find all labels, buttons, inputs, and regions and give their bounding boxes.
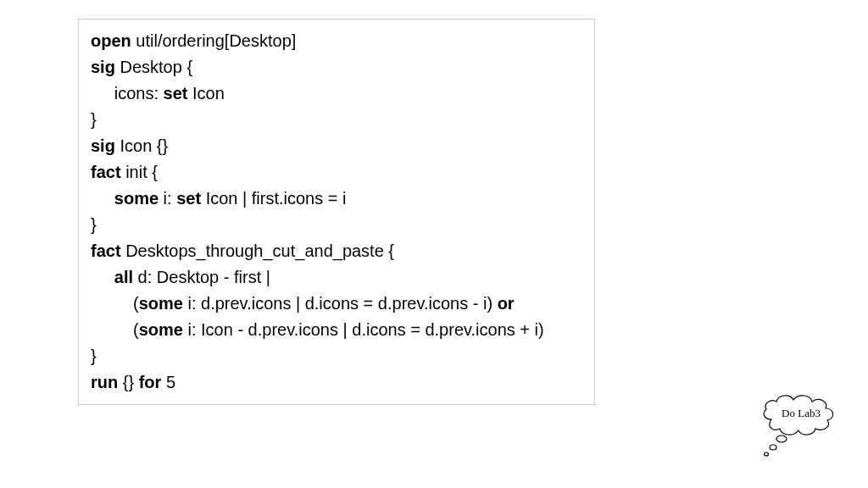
keyword-sig: sig bbox=[91, 58, 115, 76]
code-line: (some i: Icon - d.prev.icons | d.icons =… bbox=[91, 317, 582, 343]
code-line: } bbox=[91, 343, 582, 369]
code-line: } bbox=[91, 212, 582, 238]
keyword-sig: sig bbox=[91, 136, 115, 155]
keyword-fact: fact bbox=[91, 241, 121, 260]
keyword-set: set bbox=[164, 84, 188, 103]
cloud-icon bbox=[754, 390, 848, 458]
keyword-open: open bbox=[91, 31, 131, 50]
keyword-all: all bbox=[114, 268, 133, 286]
code-line: fact init { bbox=[91, 159, 582, 186]
code-line: open util/ordering[Desktop] bbox=[91, 28, 582, 54]
code-line: some i: set Icon | first.icons = i bbox=[91, 186, 582, 212]
code-line: (some i: d.prev.icons | d.icons = d.prev… bbox=[91, 291, 582, 317]
code-line: } bbox=[91, 107, 582, 133]
thought-bubble: Do Lab3 bbox=[754, 390, 848, 458]
thought-label: Do Lab3 bbox=[754, 407, 848, 420]
svg-point-1 bbox=[770, 445, 776, 450]
keyword-some: some bbox=[114, 189, 159, 208]
code-line: icons: set Icon bbox=[91, 80, 582, 107]
code-line: all d: Desktop - first | bbox=[91, 264, 582, 291]
keyword-some: some bbox=[139, 294, 183, 313]
keyword-run: run bbox=[91, 373, 118, 391]
svg-point-2 bbox=[765, 452, 769, 456]
keyword-for: for bbox=[139, 373, 162, 391]
code-line: sig Icon {} bbox=[91, 133, 582, 159]
keyword-or: or bbox=[498, 294, 515, 313]
keyword-fact: fact bbox=[91, 163, 121, 181]
code-line: fact Desktops_through_cut_and_paste { bbox=[91, 238, 582, 264]
code-line: run {} for 5 bbox=[91, 369, 582, 396]
keyword-set: set bbox=[176, 189, 201, 208]
keyword-some: some bbox=[139, 320, 183, 339]
code-line: sig Desktop { bbox=[91, 54, 582, 80]
svg-point-0 bbox=[776, 435, 787, 442]
code-listing: open util/ordering[Desktop] sig Desktop … bbox=[78, 19, 595, 405]
